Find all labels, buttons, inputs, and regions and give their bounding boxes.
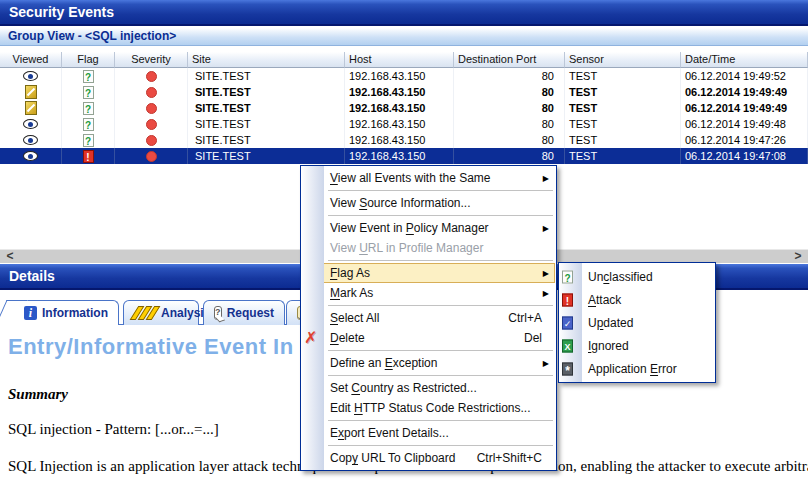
cell-port[interactable]: 80 — [454, 84, 565, 100]
submenu-item-ignored[interactable]: XIgnored — [559, 334, 715, 357]
cell-site[interactable]: SITE.TEST — [188, 100, 345, 116]
column-header-destination-port[interactable]: Destination Port — [454, 52, 565, 68]
menu-item-view-all-events-with-the-same[interactable]: View all Events with the Same▶ — [301, 168, 556, 188]
cell-host[interactable]: 192.168.43.150 — [345, 116, 454, 132]
cell-severity[interactable] — [115, 84, 188, 100]
cell-datetime[interactable]: 06.12.2014 19:49:52 — [681, 68, 808, 84]
cell-severity[interactable] — [115, 100, 188, 116]
cell-sensor[interactable]: TEST — [565, 116, 681, 132]
cell-severity[interactable] — [115, 116, 188, 132]
cell-severity[interactable] — [115, 148, 188, 164]
security-events-window: Security Events Group View - <SQL inject… — [0, 0, 808, 499]
submenu-item-application-error[interactable]: *Application Error — [559, 357, 715, 380]
cell-sensor[interactable]: TEST — [565, 100, 681, 116]
menu-item-mark-as[interactable]: Mark As▶ — [301, 283, 556, 303]
column-header-site[interactable]: Site — [188, 52, 345, 68]
scroll-left-arrow-icon[interactable]: < — [2, 250, 18, 263]
cell-site[interactable]: SITE.TEST — [188, 148, 345, 164]
group-view-label: Group View - <SQL injection> — [8, 29, 176, 43]
cell-host[interactable]: 192.168.43.150 — [345, 132, 454, 148]
cell-datetime[interactable]: 06.12.2014 19:49:49 — [681, 100, 808, 116]
cell-viewed[interactable] — [0, 84, 62, 100]
cell-port[interactable]: 80 — [454, 68, 565, 84]
cell-flag[interactable]: ? — [62, 116, 115, 132]
tab-request[interactable]: ?Request — [203, 300, 285, 325]
submenu-item-updated[interactable]: ✓Updated — [559, 311, 715, 334]
menu-item-set-country-as-restricted[interactable]: Set Country as Restricted... — [301, 378, 556, 398]
cell-flag[interactable]: ! — [62, 148, 115, 164]
cell-flag[interactable]: ? — [62, 100, 115, 116]
cell-sensor[interactable]: TEST — [565, 132, 681, 148]
menu-item-edit-http-status-code-restrictions[interactable]: Edit HTTP Status Code Restrictions... — [301, 398, 556, 418]
flag-attack-icon: ! — [83, 150, 94, 163]
column-header-severity[interactable]: Severity — [115, 52, 188, 68]
cell-port[interactable]: 80 — [454, 116, 565, 132]
menu-item-label: Copy URL To Clipboard — [330, 451, 455, 465]
cell-port[interactable]: 80 — [454, 100, 565, 116]
cell-host[interactable]: 192.168.43.150 — [345, 100, 454, 116]
tab-analysis[interactable]: Analysis — [123, 300, 199, 325]
event-row[interactable]: ?SITE.TEST192.168.43.15080TEST06.12.2014… — [0, 68, 808, 84]
flag-unclassified-icon: ? — [83, 70, 94, 83]
cell-sensor[interactable]: TEST — [565, 84, 681, 100]
column-header-date-time[interactable]: Date/Time — [681, 52, 808, 68]
menu-item-view-url-in-profile-manager[interactable]: View URL in Profile Manager — [301, 238, 556, 258]
menu-item-label: View Source Information... — [330, 196, 471, 210]
menu-item-view-event-in-policy-manager[interactable]: View Event in Policy Manager▶ — [301, 218, 556, 238]
cell-sensor[interactable]: TEST — [565, 68, 681, 84]
cell-severity[interactable] — [115, 132, 188, 148]
cell-datetime[interactable]: 06.12.2014 19:49:49 — [681, 84, 808, 100]
menu-item-label: Flag As — [330, 266, 370, 280]
cell-viewed[interactable] — [0, 68, 62, 84]
cell-host[interactable]: 192.168.43.150 — [345, 84, 454, 100]
menu-item-select-all[interactable]: Select AllCtrl+A — [301, 308, 556, 328]
tab-information[interactable]: iInformation — [13, 300, 119, 325]
column-header-host[interactable]: Host — [345, 52, 454, 68]
cell-viewed[interactable] — [0, 100, 62, 116]
cell-datetime[interactable]: 06.12.2014 19:47:26 — [681, 132, 808, 148]
context-menu: View all Events with the Same▶View Sourc… — [300, 165, 557, 471]
cell-viewed[interactable] — [0, 132, 62, 148]
menu-item-export-event-details[interactable]: Export Event Details... — [301, 423, 556, 443]
cell-sensor[interactable]: TEST — [565, 148, 681, 164]
menu-item-label: Updated — [588, 316, 633, 330]
cell-severity[interactable] — [115, 68, 188, 84]
column-header-viewed[interactable]: Viewed — [0, 52, 62, 68]
event-row[interactable]: ?SITE.TEST192.168.43.15080TEST06.12.2014… — [0, 132, 808, 148]
cell-flag[interactable]: ? — [62, 84, 115, 100]
severity-high-icon — [146, 103, 157, 114]
event-row[interactable]: ?SITE.TEST192.168.43.15080TEST06.12.2014… — [0, 84, 808, 100]
cell-viewed[interactable] — [0, 148, 62, 164]
cell-port[interactable]: 80 — [454, 132, 565, 148]
cell-host[interactable]: 192.168.43.150 — [345, 148, 454, 164]
window-title: Security Events — [9, 4, 114, 20]
cell-datetime[interactable]: 06.12.2014 19:47:08 — [681, 148, 808, 164]
event-row[interactable]: ?SITE.TEST192.168.43.15080TEST06.12.2014… — [0, 100, 808, 116]
menu-item-copy-url-to-clipboard[interactable]: Copy URL To ClipboardCtrl+Shift+C — [301, 448, 556, 468]
menu-item-view-source-information[interactable]: View Source Information... — [301, 193, 556, 213]
menu-shortcut: Ctrl+A — [508, 311, 542, 325]
menu-shortcut: Del — [524, 331, 542, 345]
column-header-flag[interactable]: Flag — [62, 52, 115, 68]
cell-flag[interactable]: ? — [62, 68, 115, 84]
event-row[interactable]: ?SITE.TEST192.168.43.15080TEST06.12.2014… — [0, 116, 808, 132]
severity-high-icon — [146, 119, 157, 130]
cell-site[interactable]: SITE.TEST — [188, 68, 345, 84]
menu-item-flag-as[interactable]: Flag As▶ — [301, 263, 556, 283]
cell-port[interactable]: 80 — [454, 148, 565, 164]
cell-datetime[interactable]: 06.12.2014 19:49:48 — [681, 116, 808, 132]
cell-site[interactable]: SITE.TEST — [188, 84, 345, 100]
column-header-sensor[interactable]: Sensor — [565, 52, 681, 68]
cell-flag[interactable]: ? — [62, 132, 115, 148]
menu-item-define-an-exception[interactable]: Define an Exception▶ — [301, 353, 556, 373]
menu-item-label: View URL in Profile Manager — [330, 241, 483, 255]
submenu-item-attack[interactable]: !Attack — [559, 288, 715, 311]
cell-site[interactable]: SITE.TEST — [188, 116, 345, 132]
submenu-item-unclassified[interactable]: ?Unclassified — [559, 265, 715, 288]
scroll-right-arrow-icon[interactable]: > — [790, 250, 806, 263]
cell-viewed[interactable] — [0, 116, 62, 132]
cell-host[interactable]: 192.168.43.150 — [345, 68, 454, 84]
menu-item-delete[interactable]: ✗DeleteDel — [301, 328, 556, 348]
cell-site[interactable]: SITE.TEST — [188, 132, 345, 148]
event-row[interactable]: !SITE.TEST192.168.43.15080TEST06.12.2014… — [0, 148, 808, 164]
